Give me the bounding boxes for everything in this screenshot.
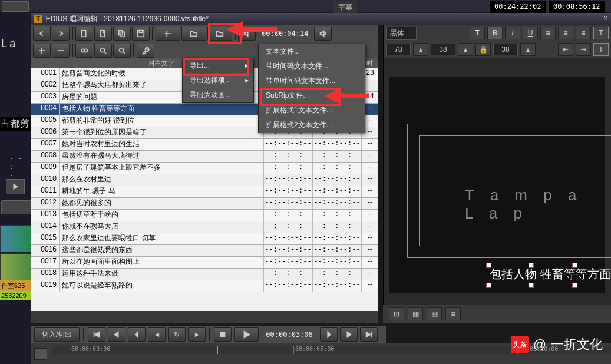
menu-item[interactable]: 导出...▸ [183, 58, 253, 73]
remove-button[interactable] [52, 44, 70, 58]
table-row[interactable]: 0007她对当时农村里边的生活--:--:--:----:--:--:---- [31, 139, 378, 151]
timeline-toggle[interactable] [34, 348, 47, 360]
jump-end-button[interactable] [360, 327, 378, 342]
add-button[interactable] [33, 44, 51, 58]
table-row[interactable]: 0013包括切草呀干啥的--:--:--:----:--:--:---- [31, 210, 378, 221]
copy-button[interactable] [113, 27, 131, 41]
file-button[interactable] [94, 27, 112, 41]
speaker2-button[interactable] [314, 27, 332, 41]
preview-canvas[interactable]: T a m p a L a p 包括人物 牲畜等等方面 [389, 77, 605, 293]
italic-button[interactable]: I [505, 27, 520, 39]
text-tool-button[interactable]: T [593, 27, 609, 39]
bottom-bar: 切入/切出 ◄ ↻ ► 00:00:03:06 [31, 326, 386, 343]
step-up-1[interactable]: ▴ [413, 43, 428, 56]
playhead[interactable] [217, 346, 218, 354]
handle-bm1[interactable] [529, 283, 534, 288]
bold-button[interactable]: B [487, 27, 503, 39]
apply-button[interactable] [156, 27, 180, 41]
table-row[interactable]: 0010那么在农村里边--:--:--:----:--:--:---- [31, 174, 378, 186]
handle-tm2[interactable] [572, 263, 577, 268]
handle-bl[interactable] [486, 283, 491, 288]
stop-button[interactable] [214, 327, 232, 342]
menu-item[interactable]: 导出为动画... [183, 88, 253, 102]
redo-button[interactable] [52, 27, 70, 41]
search-button[interactable] [94, 44, 112, 58]
align-c-button[interactable]: ≡ [558, 27, 573, 39]
left-clip-1[interactable] [0, 225, 34, 252]
play-button-left[interactable] [6, 179, 25, 194]
jump-start-button[interactable] [88, 327, 105, 342]
underline-button[interactable]: U [523, 27, 538, 39]
step-up-2[interactable]: ▴ [458, 43, 473, 56]
menu-item[interactable]: 扩展格式2文本文件... [259, 118, 365, 133]
menu-item[interactable]: 导出选择项...▸ [183, 73, 253, 88]
prev-zoom-fit[interactable]: ⊡ [389, 307, 404, 320]
undo-button[interactable] [33, 27, 51, 41]
save-button[interactable] [132, 27, 150, 41]
table-row[interactable]: 0008虽然没有在骡马大店待过--:--:--:----:--:--:---- [31, 151, 378, 163]
prev-cut-button[interactable]: ◄ [148, 327, 166, 342]
import-folder-button[interactable] [181, 27, 206, 41]
left-btn[interactable] [1, 200, 32, 214]
speaker-button[interactable] [238, 27, 256, 41]
title-bar: T EDIUS 唱词编辑 - 20181126-112936-0000.vtsu… [31, 13, 611, 25]
align-l-button[interactable]: ≡ [540, 27, 556, 39]
watermark-logo: 头条 [511, 336, 529, 353]
align-r-button[interactable]: ≡ [576, 27, 591, 39]
prev-grid-4[interactable]: ▦ [427, 307, 442, 320]
title-icon: T [34, 15, 42, 23]
table-row[interactable]: 0014你就不在骡马大店--:--:--:----:--:--:---- [31, 221, 378, 233]
table-row[interactable]: 0011耕地的牛 骡子 马--:--:--:----:--:--:---- [31, 186, 378, 198]
kern-input[interactable]: 38 [493, 44, 518, 55]
prev-grid-3[interactable]: ▦ [408, 307, 423, 320]
link-button[interactable] [75, 44, 93, 58]
prev-frame-button[interactable] [128, 327, 146, 342]
timecode-display: 00:00:04:14 [257, 29, 313, 38]
table-row[interactable]: 0015那么农家里边也要喂牲口 切草--:--:--:----:--:--:--… [31, 233, 378, 245]
text-color-button[interactable]: T [470, 27, 485, 39]
svg-rect-0 [82, 31, 86, 37]
search2-button[interactable] [113, 44, 131, 58]
tab-l-button[interactable]: ⇤ [558, 43, 573, 56]
tool-button[interactable] [137, 44, 154, 58]
size-vert-input[interactable]: 78 [386, 44, 411, 55]
handle-tm1[interactable] [529, 263, 534, 268]
left-chip-1: 作室625 [0, 280, 33, 292]
preview-bg-text: T a m p a L a p [465, 186, 605, 223]
timecode-2: 00:08:56:12 [548, 1, 605, 14]
loop-button[interactable]: ↻ [168, 327, 186, 342]
tab-r-button[interactable]: ⇥ [576, 43, 591, 56]
handle-tl[interactable] [486, 263, 491, 268]
play-button[interactable] [234, 327, 259, 342]
prev-list[interactable]: ≡ [445, 307, 461, 320]
export-folder-button[interactable] [207, 27, 232, 41]
cut-button[interactable]: 切入/切出 [34, 327, 80, 342]
left-clip-2[interactable] [0, 253, 34, 280]
step-back-button[interactable] [108, 327, 125, 342]
next-frame-button[interactable] [320, 327, 338, 342]
lock-icon[interactable]: 🔒 [475, 43, 491, 56]
table-row[interactable]: 0017所以在她画面里面构图上--:--:--:----:--:--:---- [31, 257, 378, 269]
table-row[interactable]: 0018运用这种手法来做--:--:--:----:--:--:---- [31, 269, 378, 280]
size-horz-input[interactable]: 38 [431, 44, 455, 55]
menu-item[interactable]: 带时间码文本文件... [259, 59, 365, 74]
next-cut-button[interactable]: ► [188, 327, 206, 342]
close-icon[interactable]: × [603, 14, 607, 22]
handle-bm2[interactable] [572, 283, 577, 288]
table-row[interactable]: 0009但是房子建筑基本上跟它差不多--:--:--:----:--:--:--… [31, 163, 378, 174]
left-frag-text: 占都剪 [0, 117, 33, 131]
new-button[interactable] [75, 27, 93, 41]
step-fwd-button[interactable] [340, 327, 358, 342]
menu-item[interactable]: 扩展格式1文本文件... [259, 103, 365, 118]
preview-subtitle[interactable]: 包括人物 牲畜等等方面 [490, 266, 611, 282]
text-tool2-button[interactable]: T [593, 43, 609, 56]
table-row[interactable]: 0019她可以说是轻车熟路的--:--:--:----:--:--:---- [31, 280, 378, 292]
step-up-3[interactable]: ▴ [520, 43, 536, 56]
table-row[interactable]: 0016这些都是很熟悉的东西--:--:--:----:--:--:---- [31, 245, 378, 257]
menu-item[interactable]: 带单时间码文本文件... [259, 74, 365, 88]
menu-item[interactable]: SubRip文件... [259, 88, 365, 103]
font-select[interactable]: 黑体 [386, 27, 417, 40]
toolbar-row-1: 00:00:04:14 [31, 25, 378, 42]
menu-item[interactable]: 文本文件... [259, 44, 365, 59]
table-row[interactable]: 0012她都见的很多的--:--:--:----:--:--:---- [31, 198, 378, 210]
